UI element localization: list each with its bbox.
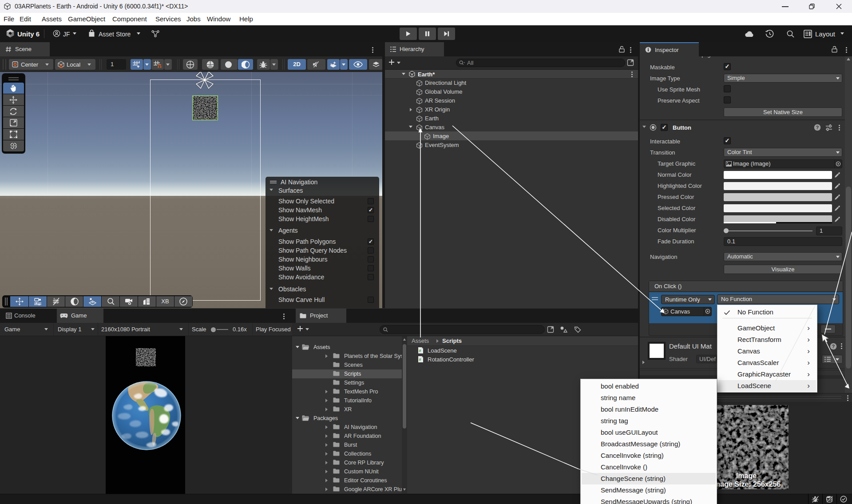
svg-text:?: ?: [832, 344, 835, 349]
svg-text:?: ?: [816, 125, 819, 130]
svg-text:#: #: [419, 349, 421, 353]
svg-text:#: #: [419, 357, 421, 362]
